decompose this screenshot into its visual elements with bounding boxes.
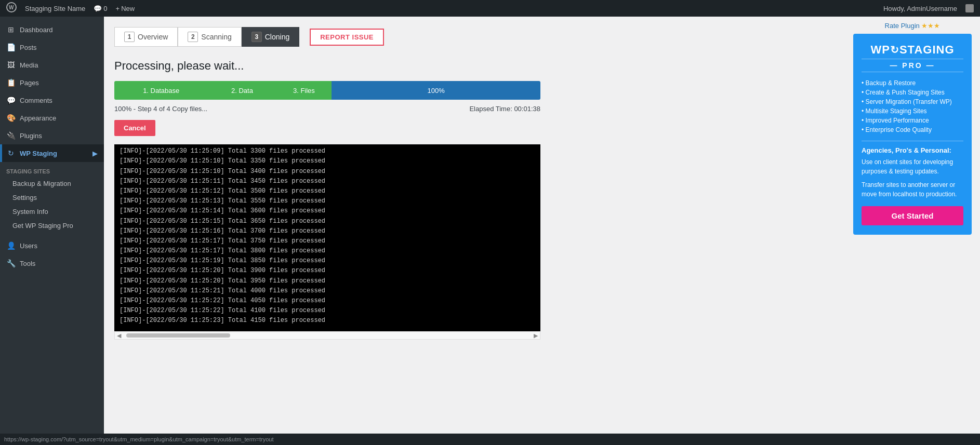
status-url: https://wp-staging.com/?utm_source=tryou… (4, 436, 273, 442)
new-item-btn[interactable]: + New (116, 5, 135, 12)
rate-plugin-label: Rate Plugin ★★★ (853, 22, 972, 30)
step-info: 100% - Step 4 of 4 Copy files... (114, 105, 207, 113)
sidebar-item-posts[interactable]: 📄 Posts (0, 38, 104, 56)
tab-num-1: 1 (124, 32, 135, 42)
ad-arrow-icon: ↻ (890, 44, 899, 56)
log-line: [INFO]-[2022/05/30 11:25:14] Total 3600 … (120, 206, 535, 216)
tab-num-2: 2 (188, 32, 198, 42)
log-line: [INFO]-[2022/05/30 11:25:15] Total 3650 … (120, 217, 535, 226)
sidebar-item-appearance[interactable]: 🎨 Appearance (0, 109, 104, 127)
log-line: [INFO]-[2022/05/30 11:25:20] Total 3950 … (120, 276, 535, 286)
sidebar-item-media[interactable]: 🖼 Media (0, 56, 104, 74)
tab-num-3: 3 (251, 32, 262, 42)
media-icon: 🖼 (6, 60, 16, 70)
tab-cloning[interactable]: 3 Cloning (242, 27, 299, 47)
log-line: [INFO]-[2022/05/30 11:25:12] Total 3500 … (120, 186, 535, 196)
sidebar-item-settings[interactable]: Settings (0, 191, 104, 205)
ad-pro-label: — PRO — (862, 59, 963, 72)
scroll-thumb[interactable] (126, 333, 230, 338)
scroll-left-arrow[interactable]: ◀ (115, 332, 123, 339)
right-sidebar: Rate Plugin ★★★ WP↻STAGING — PRO — Backu… (845, 17, 980, 434)
get-started-button[interactable]: Get Started (862, 206, 963, 225)
chevron-right-icon: ▶ (92, 150, 98, 157)
main-layout: ⊞ Dashboard 📄 Posts 🖼 Media 📋 Pages 💬 Co… (0, 17, 980, 434)
log-line: [INFO]-[2022/05/30 11:25:13] Total 3550 … (120, 196, 535, 206)
posts-icon: 📄 (6, 43, 16, 52)
log-line: [INFO]-[2022/05/30 11:25:09] Total 3300 … (120, 146, 535, 156)
ad-feature-item: Create & Push Staging Sites (862, 88, 963, 97)
wp-staging-icon: ↻ (6, 149, 16, 158)
log-line: [INFO]-[2022/05/30 11:25:19] Total 3850 … (120, 256, 535, 266)
comments-icon[interactable]: 💬 0 (94, 5, 107, 12)
sidebar-item-plugins[interactable]: 🔌 Plugins (0, 127, 104, 144)
tab-overview[interactable]: 1 Overview (114, 27, 178, 47)
ad-divider (862, 141, 963, 141)
sidebar-item-dashboard[interactable]: ⊞ Dashboard (0, 21, 104, 38)
ad-feature-item: Enterprise Code Quality (862, 125, 963, 134)
ad-card: WP↻STAGING — PRO — Backup & RestoreCreat… (853, 34, 972, 235)
tools-icon: 🔧 (6, 259, 16, 268)
ad-feature-item: Backup & Restore (862, 78, 963, 88)
log-line: [INFO]-[2022/05/30 11:25:17] Total 3750 … (120, 236, 535, 246)
processing-title: Processing, please wait... (114, 59, 835, 73)
ad-features-list: Backup & RestoreCreate & Push Staging Si… (862, 78, 963, 134)
svg-text:W: W (9, 5, 14, 10)
scroll-right-arrow[interactable]: ▶ (532, 332, 540, 339)
sidebar-item-pages[interactable]: 📋 Pages (0, 74, 104, 91)
appearance-icon: 🎨 (6, 113, 16, 123)
sidebar-item-system-info[interactable]: System Info (0, 205, 104, 219)
ad-feature-item: Improved Performance (862, 116, 963, 125)
ad-feature-item: Server Migration (Transfer WP) (862, 97, 963, 106)
wp-logo-icon[interactable]: W (6, 2, 17, 15)
content-area: 1 Overview 2 Scanning 3 Cloning REPORT I… (104, 17, 845, 434)
sidebar-item-backup-migration[interactable]: Backup & Migration (0, 177, 104, 191)
admin-bar: W Stagging SIte Name 💬 0 + New Howdy, Ad… (0, 0, 980, 17)
plugins-icon: 🔌 (6, 131, 16, 140)
howdy-label: Howdy, AdminUsername (883, 5, 957, 12)
ad-feature-item: Multisite Staging Sites (862, 106, 963, 116)
elapsed-time: Elapsed Time: 00:01:38 (469, 105, 540, 113)
log-line: [INFO]-[2022/05/30 11:25:21] Total 4000 … (120, 286, 535, 296)
ad-desc-1: Use on client sites for developing purpo… (862, 157, 963, 176)
sidebar-item-wp-staging[interactable]: ↻ WP Staging ▶ (0, 144, 104, 162)
ad-logo: WP↻STAGING (862, 43, 963, 57)
log-line: [INFO]-[2022/05/30 11:25:11] Total 3450 … (120, 177, 535, 186)
ad-agencies-label: Agencies, Pro's & Personal: (862, 146, 963, 154)
sidebar-item-tools[interactable]: 🔧 Tools (0, 254, 104, 272)
horizontal-scrollbar[interactable]: ◀ ▶ (114, 331, 540, 340)
log-line: [INFO]-[2022/05/30 11:25:10] Total 3350 … (120, 156, 535, 166)
progress-database: 1. Database (114, 81, 208, 100)
site-name[interactable]: Stagging SIte Name (25, 5, 85, 12)
log-line: [INFO]-[2022/05/30 11:25:10] Total 3400 … (120, 167, 535, 177)
report-issue-button[interactable]: REPORT ISSUE (310, 29, 384, 46)
log-line: [INFO]-[2022/05/30 11:25:16] Total 3700 … (120, 226, 535, 236)
users-icon: 👤 (6, 241, 16, 250)
log-line: [INFO]-[2022/05/30 11:25:23] Total 4150 … (120, 316, 535, 326)
dashboard-icon: ⊞ (6, 25, 16, 34)
progress-percent: 100% (332, 81, 540, 100)
sidebar-item-users[interactable]: 👤 Users (0, 237, 104, 254)
log-console[interactable]: [INFO]-[2022/05/30 11:25:08] Total 3250 … (114, 144, 540, 331)
log-line: [INFO]-[2022/05/30 11:25:22] Total 4050 … (120, 296, 535, 306)
progress-data: 2. Data (208, 81, 276, 100)
progress-bar: 1. Database 2. Data 3. Files 100% (114, 81, 540, 100)
status-bar: https://wp-staging.com/?utm_source=tryou… (0, 434, 980, 445)
log-line: [INFO]-[2022/05/30 11:25:20] Total 3900 … (120, 266, 535, 276)
sidebar-item-get-wp-staging-pro[interactable]: Get WP Staging Pro (0, 219, 104, 233)
avatar (965, 4, 974, 12)
progress-files: 3. Files (276, 81, 332, 100)
log-line: [INFO]-[2022/05/30 11:25:22] Total 4100 … (120, 306, 535, 316)
rate-stars: ★★★ (921, 22, 940, 30)
tab-scanning[interactable]: 2 Scanning (178, 27, 241, 47)
progress-info-row: 100% - Step 4 of 4 Copy files... Elapsed… (114, 105, 540, 113)
sidebar-item-comments[interactable]: 💬 Comments (0, 91, 104, 109)
sidebar: ⊞ Dashboard 📄 Posts 🖼 Media 📋 Pages 💬 Co… (0, 17, 104, 434)
cancel-button[interactable]: Cancel (114, 120, 155, 136)
comments-nav-icon: 💬 (6, 96, 16, 105)
tabs-row: 1 Overview 2 Scanning 3 Cloning REPORT I… (114, 27, 835, 47)
log-line: [INFO]-[2022/05/30 11:25:17] Total 3800 … (120, 246, 535, 256)
pages-icon: 📋 (6, 78, 16, 87)
ad-desc-2: Transfer sites to another server or move… (862, 180, 963, 199)
staging-sites-section: Staging Sites (0, 162, 104, 177)
